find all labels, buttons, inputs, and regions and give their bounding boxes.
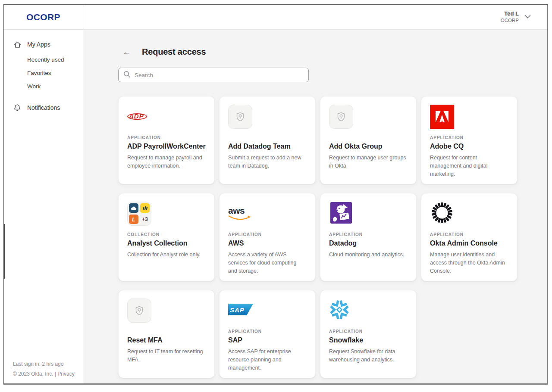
main-panel: ← Request access ADP APPLICATION ADP Pay…	[83, 30, 547, 383]
app-card[interactable]: SAP APPLICATION SAP Access SAP for enter…	[219, 290, 316, 378]
app-title: Okta Admin Console	[430, 240, 508, 247]
sap-logo: SAP	[228, 304, 253, 317]
app-title: Add Datadog Team	[228, 143, 307, 150]
app-title: Snowflake	[329, 336, 408, 344]
app-card[interactable]: Add Okta Group Request to manage user gr…	[320, 96, 417, 184]
app-card[interactable]: APPLICATION Datadog Cloud monitoring and…	[320, 193, 417, 281]
app-type-label	[127, 329, 206, 335]
app-logo: ADP	[127, 105, 206, 129]
collection-tile-l-icon: L	[129, 215, 138, 224]
app-description: Request to manage payroll and employee i…	[127, 154, 206, 170]
app-description: Access SAP for enterprise resource plann…	[228, 348, 307, 372]
app-card[interactable]: Add Datadog Team Submit a request to add…	[219, 96, 316, 184]
app-window: OCORP Ted L OCORP My Ap	[3, 4, 548, 385]
app-description: Manage user identities and access throug…	[430, 251, 508, 275]
sidebar-item-my-apps[interactable]: My Apps	[4, 37, 83, 52]
org-logo: OCORP	[26, 12, 60, 22]
app-type-label: APPLICATION	[329, 232, 408, 238]
app-card[interactable]: APPLICATION Okta Admin Console Manage us…	[421, 193, 518, 281]
app-title: Add Okta Group	[329, 143, 408, 150]
app-logo	[127, 299, 206, 323]
app-title: SAP	[228, 336, 307, 344]
app-card[interactable]: Reset MFA Request to IT team for resetti…	[118, 290, 215, 378]
page-header: ← Request access	[118, 47, 547, 57]
app-title: Analyst Collection	[127, 240, 206, 247]
topbar-right: Ted L OCORP	[83, 5, 547, 29]
app-description: Request Snowflake for data warehousing a…	[329, 348, 408, 364]
app-logo	[430, 202, 508, 226]
app-logo	[329, 299, 408, 323]
app-logo: SAP	[228, 299, 307, 323]
snowflake-logo	[329, 299, 350, 322]
app-logo	[430, 105, 508, 129]
app-card-grid: ADP APPLICATION ADP PayrollWorkCenter Re…	[118, 96, 547, 378]
app-type-label: APPLICATION	[228, 329, 307, 335]
app-card[interactable]: APPLICATION Adobe CQ Request for content…	[421, 96, 518, 184]
sidebar-subitems: Recently used Favorites Work	[4, 52, 83, 94]
app-description: Cloud monitoring and analytics.	[329, 251, 408, 259]
okta-burst-logo	[430, 201, 454, 227]
app-type-label	[228, 135, 307, 141]
app-card[interactable]: APPLICATION Snowflake Request Snowflake …	[320, 290, 417, 378]
search-input[interactable]	[135, 72, 304, 78]
org-logo-container: OCORP	[4, 5, 83, 29]
back-button[interactable]: ←	[122, 48, 131, 56]
generic-app-icon	[228, 105, 252, 129]
sidebar-item-recently-used[interactable]: Recently used	[4, 53, 83, 66]
sidebar-item-label: My Apps	[27, 41, 50, 48]
app-logo: L +3	[127, 202, 206, 226]
chevron-down-icon	[524, 13, 531, 21]
generic-app-icon	[127, 299, 151, 323]
aws-logo: aws	[228, 207, 251, 221]
copyright-line: © 2023 Okta, Inc. | Privacy	[13, 371, 75, 376]
app-title: ADP PayrollWorkCenter	[127, 143, 206, 150]
scrollbar-thumb[interactable]	[3, 224, 5, 279]
app-title: Datadog	[329, 240, 408, 247]
sidebar-item-work[interactable]: Work	[4, 80, 83, 93]
content-row: My Apps Recently used Favorites Work Not…	[4, 30, 547, 383]
collection-more-count: +3	[140, 215, 150, 224]
app-description: Collection for Analyst role only.	[127, 251, 206, 259]
search-icon	[123, 71, 131, 80]
app-logo	[228, 105, 307, 129]
user-menu[interactable]: Ted L OCORP	[501, 10, 531, 24]
user-org: OCORP	[501, 17, 519, 24]
app-card[interactable]: L +3 COLLECTION Analyst Collection Colle…	[118, 193, 215, 281]
app-type-label	[329, 135, 408, 141]
app-description: Access a variety of AWS services for clo…	[228, 251, 307, 275]
app-title: Reset MFA	[127, 336, 206, 344]
app-title: AWS	[228, 240, 307, 247]
app-logo: aws	[228, 202, 307, 226]
app-type-label: APPLICATION	[127, 135, 206, 141]
sidebar-item-label: Notifications	[27, 104, 60, 111]
adp-logo: ADP	[127, 112, 148, 122]
privacy-link[interactable]: Privacy	[57, 371, 74, 377]
app-type-label: APPLICATION	[228, 232, 307, 238]
last-sign-in: Last sign in: 2 hrs ago	[13, 361, 75, 367]
copyright-text: © 2023 Okta, Inc. |	[13, 371, 56, 377]
generic-app-icon	[329, 105, 353, 129]
app-description: Request to IT team for resetting MFA.	[127, 348, 206, 364]
bell-icon	[13, 103, 22, 112]
page-title: Request access	[142, 47, 206, 57]
app-description: Request for content management and digit…	[430, 154, 508, 178]
app-description: Submit a request to add a new team in Da…	[228, 154, 307, 170]
svg-text:SAP: SAP	[230, 306, 245, 314]
sidebar-item-notifications[interactable]: Notifications	[4, 100, 83, 115]
home-icon	[13, 40, 22, 49]
sidebar: My Apps Recently used Favorites Work Not…	[4, 30, 83, 383]
app-type-label: COLLECTION	[127, 232, 206, 238]
sidebar-footer: Last sign in: 2 hrs ago © 2023 Okta, Inc…	[13, 361, 75, 376]
app-card[interactable]: aws APPLICATION AWS Access a variety of …	[219, 193, 316, 281]
app-title: Adobe CQ	[430, 143, 508, 150]
collection-tile-strokes-icon	[140, 203, 150, 213]
datadog-logo	[329, 201, 353, 227]
app-logo	[329, 202, 408, 226]
collection-tile-cloud-icon	[129, 203, 138, 213]
search-box[interactable]	[118, 68, 309, 82]
app-type-label: APPLICATION	[329, 329, 408, 335]
app-description: Request to manage user groups in Okta	[329, 154, 408, 170]
adobe-logo	[430, 105, 454, 129]
app-card[interactable]: ADP APPLICATION ADP PayrollWorkCenter Re…	[118, 96, 215, 184]
sidebar-item-favorites[interactable]: Favorites	[4, 66, 83, 80]
